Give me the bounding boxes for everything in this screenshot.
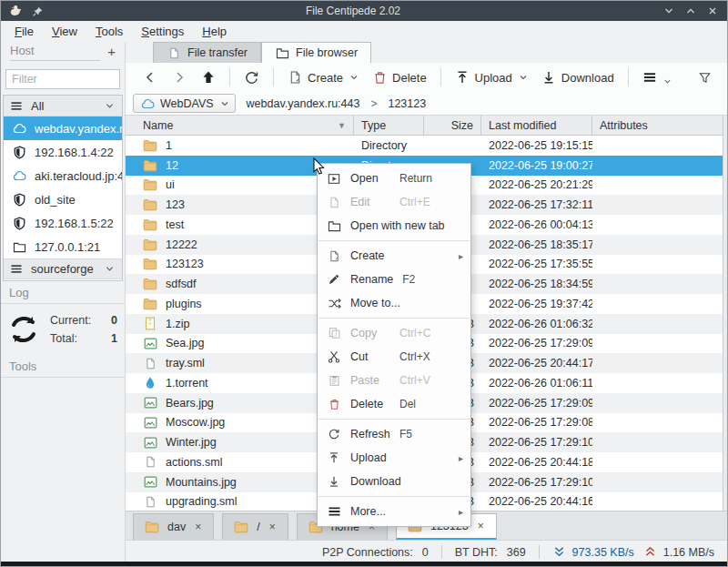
tree-group-sourceforge[interactable]: sourceforge [4, 258, 122, 279]
path-tab--[interactable]: /× [222, 513, 288, 540]
file-new-icon [327, 248, 341, 263]
sidebar: Host + Allwebdav.yandex.ru:443192.168.1.… [1, 42, 126, 562]
context-menu-item-more[interactable]: More...▸ [318, 500, 470, 523]
close-tab-icon[interactable]: × [477, 520, 485, 532]
window-title: File Centipede 2.02 [45, 5, 662, 17]
tab-label: File browser [296, 46, 358, 59]
sidebar-item-webdav.yandex.ru:443[interactable]: webdav.yandex.ru:443 [4, 116, 122, 140]
path-tab-label: / [257, 521, 259, 533]
upload-speed: 1.16 MB/s [663, 546, 714, 559]
double-chevron-up-icon [643, 545, 658, 560]
minimize-icon[interactable] [662, 4, 676, 18]
menu-separator [318, 240, 470, 241]
menu-item-label: Edit [350, 196, 390, 208]
column-label: Size [451, 119, 473, 132]
refresh-button[interactable] [238, 66, 266, 89]
up-button[interactable] [195, 66, 222, 88]
menu-item-shortcut: Ctrl+X [399, 350, 447, 363]
column-header-name[interactable]: Name▼ [126, 116, 354, 135]
forward-button[interactable] [166, 66, 193, 88]
breadcrumb-host[interactable]: webdav.yandex.ru:443 [247, 97, 360, 110]
sidebar-item-aki.teracloud.jp:443[interactable]: aki.teracloud.jp:443 [4, 164, 122, 187]
tools-section-label: Tools [1, 355, 125, 378]
context-menu-item-refresh[interactable]: RefreshF5 [318, 422, 470, 446]
folder-tab-icon [275, 46, 289, 60]
edit-icon [327, 195, 341, 209]
folder-icon [143, 177, 157, 192]
modified-cell: 2022-06-25 17:29:08 [481, 416, 592, 429]
submenu-arrow-icon: ▸ [456, 453, 463, 463]
scrollbar[interactable] [723, 116, 727, 511]
menu-file[interactable]: File [6, 23, 42, 40]
delete-button[interactable]: Delete [366, 66, 433, 88]
column-header-last-modified[interactable]: Last modified [481, 116, 592, 135]
table-row[interactable]: 1Directory2022-06-25 19:15:15 [126, 136, 723, 156]
file-name: 12222 [166, 238, 197, 251]
create-button[interactable]: Create [281, 66, 364, 88]
upload-icon [327, 451, 341, 465]
context-menu-item-upload[interactable]: Upload▸ [318, 446, 470, 470]
protocol-label: WebDAVS [160, 97, 214, 110]
sidebar-item-127.0.0.1:21[interactable]: 127.0.0.1:21 [4, 235, 122, 258]
add-host-button[interactable]: + [100, 44, 119, 62]
pin-icon[interactable] [30, 4, 45, 18]
protocol-selector[interactable]: WebDAVS [133, 94, 236, 113]
p2p-connections-value: 0 [422, 546, 429, 559]
sidebar-item-old_site[interactable]: old_site [4, 187, 122, 211]
context-menu-item-create[interactable]: Create▸ [318, 244, 470, 268]
shield-icon [12, 216, 26, 230]
menu-separator [318, 318, 470, 319]
path-tab-dav[interactable]: dav× [133, 513, 214, 540]
folder-icon [143, 238, 157, 252]
file-name: 123 [166, 198, 185, 211]
menu-settings[interactable]: Settings [133, 23, 192, 40]
file-name: 1.zip [166, 318, 189, 330]
menu-view[interactable]: View [44, 23, 86, 40]
context-menu-item-open[interactable]: OpenReturn [318, 167, 470, 190]
maximize-icon[interactable] [683, 4, 698, 18]
tab-file-transfer[interactable]: File transfer [153, 42, 261, 63]
tree-group-All[interactable]: All [4, 96, 122, 116]
chevron-down-icon [520, 74, 527, 81]
filter-funnel-button[interactable] [692, 67, 718, 88]
cloud-icon [140, 96, 155, 111]
menu-tools[interactable]: Tools [87, 23, 131, 40]
close-icon[interactable] [705, 4, 720, 18]
cloud-icon [12, 168, 26, 183]
upload-button[interactable]: Upload [449, 66, 533, 88]
context-menu-item-download[interactable]: Download [318, 470, 470, 493]
context-menu-item-rename[interactable]: RenameF2 [318, 268, 470, 291]
modified-cell: 2022-06-25 19:15:15 [481, 139, 592, 152]
menu-item-shortcut: F5 [399, 428, 447, 440]
context-menu-item-open-with-new-tab[interactable]: Open with new tab [318, 214, 470, 238]
sidebar-item-192.168.1.5:22[interactable]: 192.168.1.5:22 [4, 211, 122, 235]
folder-outline-icon [12, 239, 26, 254]
back-button[interactable] [136, 66, 164, 88]
close-tab-icon[interactable]: × [268, 521, 277, 533]
download-label: Download [561, 71, 614, 85]
menu-help[interactable]: Help [194, 23, 235, 40]
sidebar-item-label: 192.168.1.4:22 [35, 146, 114, 159]
titlebar: File Centipede 2.02 [1, 1, 727, 21]
sidebar-item-192.168.1.4:22[interactable]: 192.168.1.4:22 [4, 140, 122, 164]
more-menu-button[interactable] [636, 66, 677, 88]
context-menu-item-move-to[interactable]: Move to... [318, 291, 470, 315]
breadcrumb-path[interactable]: 123123 [388, 97, 426, 110]
trash-icon [372, 70, 387, 85]
column-header-size[interactable]: Size [424, 116, 481, 135]
download-button[interactable]: Download [535, 66, 621, 88]
column-header-attributes[interactable]: Attributes [592, 116, 723, 135]
filter-input[interactable] [5, 69, 120, 89]
statusbar: P2P Connections: 0 BT DHT: 369 973.35 KB… [126, 540, 727, 563]
shield-icon [12, 145, 26, 159]
file-name: test [166, 218, 184, 231]
column-label: Attributes [600, 119, 648, 132]
chevron-down-icon [102, 98, 116, 113]
context-menu-item-delete[interactable]: DeleteDel [318, 392, 470, 416]
close-tab-icon[interactable]: × [194, 521, 202, 533]
chevron-down-icon [664, 78, 671, 85]
tab-file-browser[interactable]: File browser [261, 42, 371, 63]
column-header-type[interactable]: Type [354, 116, 424, 135]
context-menu-item-cut[interactable]: CutCtrl+X [318, 345, 470, 369]
cut-icon [327, 349, 341, 364]
